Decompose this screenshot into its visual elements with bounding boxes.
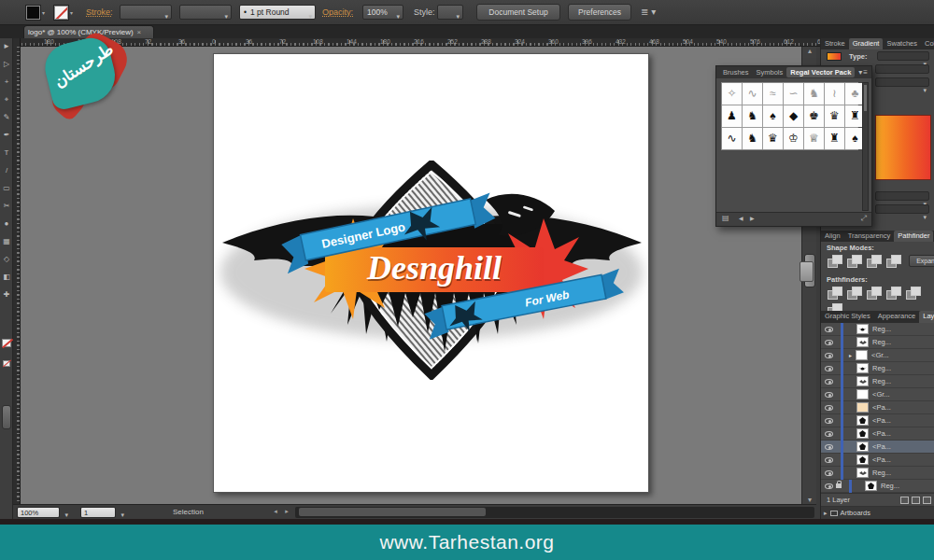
dropdown-arrow-icon[interactable] bbox=[923, 79, 927, 96]
canvas-area[interactable]: Desnghill Desnghill Designer Logo For We… bbox=[21, 47, 801, 504]
tool-icon[interactable]: / bbox=[0, 166, 13, 175]
trim-icon[interactable] bbox=[846, 287, 862, 299]
tab-stroke[interactable]: Stroke bbox=[821, 38, 849, 49]
new-layer-icon[interactable] bbox=[912, 497, 920, 504]
tool-icon[interactable]: ► bbox=[0, 42, 13, 50]
dropdown-arrow-icon[interactable] bbox=[923, 206, 927, 223]
tool-icon[interactable]: ✚ bbox=[0, 290, 13, 299]
layer-row[interactable]: <Pa... bbox=[821, 441, 934, 454]
tab-swatches[interactable]: Swatches bbox=[883, 38, 921, 49]
artboards-bar[interactable]: Artboards bbox=[821, 506, 934, 519]
visibility-eye-icon[interactable] bbox=[825, 379, 833, 385]
tool-icon[interactable]: ✂ bbox=[0, 202, 13, 210]
layer-row[interactable]: <Pa... bbox=[821, 427, 934, 441]
visibility-eye-icon[interactable] bbox=[825, 483, 833, 489]
visibility-eye-icon[interactable] bbox=[825, 366, 833, 371]
gradient-opacity-field[interactable] bbox=[875, 191, 929, 201]
gradient-location-field[interactable] bbox=[875, 204, 929, 214]
tab-gradient[interactable]: Gradient bbox=[849, 38, 884, 49]
divide-icon[interactable] bbox=[827, 287, 842, 299]
symbol-thumbnail[interactable]: ≀ bbox=[825, 83, 844, 105]
visibility-eye-icon[interactable] bbox=[825, 444, 833, 450]
tool-icon[interactable]: ▭ bbox=[0, 184, 13, 192]
dropdown-arrow-icon[interactable] bbox=[164, 9, 168, 23]
fill-color-swatch[interactable] bbox=[26, 6, 40, 20]
layer-row[interactable]: <Pa... bbox=[821, 401, 934, 414]
visibility-eye-icon[interactable] bbox=[825, 405, 833, 411]
symbol-thumbnail[interactable]: ◆ bbox=[784, 105, 803, 127]
tool-icon[interactable]: ◇ bbox=[0, 255, 13, 263]
expand-button[interactable]: Expand bbox=[909, 255, 934, 267]
artboard-navigation-dropdown[interactable]: 1 bbox=[80, 507, 116, 518]
gradient-angle-field[interactable] bbox=[875, 77, 929, 87]
layer-row[interactable]: Reg... bbox=[821, 336, 934, 349]
expand-triangle-icon[interactable] bbox=[821, 509, 830, 517]
crop-icon[interactable] bbox=[885, 287, 901, 299]
stroke-weight-dropdown[interactable] bbox=[120, 5, 172, 20]
layer-thumbnail[interactable] bbox=[856, 428, 869, 439]
tool-icon[interactable]: ✎ bbox=[0, 113, 13, 121]
tool-icon[interactable]: ◧ bbox=[0, 273, 13, 281]
visibility-eye-icon[interactable] bbox=[825, 353, 833, 358]
horizontal-scrollbar-thumb[interactable] bbox=[299, 508, 486, 516]
layer-thumbnail[interactable] bbox=[856, 376, 869, 386]
layer-thumbnail[interactable] bbox=[856, 350, 868, 360]
scroll-up-icon[interactable]: ▴ bbox=[802, 47, 817, 55]
document-setup-button[interactable]: Document Setup bbox=[476, 4, 560, 21]
visibility-eye-icon[interactable] bbox=[825, 431, 833, 437]
symbol-thumbnail[interactable]: ♕ bbox=[804, 128, 824, 149]
delete-layer-icon[interactable] bbox=[923, 497, 931, 504]
layer-row[interactable]: <Gr... bbox=[821, 388, 934, 401]
opacity-label-link[interactable]: Opacity: bbox=[322, 7, 353, 17]
tool-icon[interactable]: ▷ bbox=[0, 60, 13, 68]
minus-front-icon[interactable] bbox=[846, 255, 862, 267]
dropdown-arrow-icon[interactable] bbox=[456, 9, 460, 23]
symbol-thumbnail[interactable]: ♛ bbox=[825, 105, 844, 127]
expand-triangle-icon[interactable]: ▸ bbox=[849, 352, 852, 358]
tab-align[interactable]: Align bbox=[821, 231, 844, 242]
symbol-thumbnail[interactable]: ♟ bbox=[722, 105, 742, 127]
preferences-button[interactable]: Preferences bbox=[568, 4, 631, 21]
tab-color[interactable]: Color bbox=[921, 38, 934, 49]
symbol-thumbnail[interactable]: ♛ bbox=[763, 128, 783, 149]
stroke-indicator-swatch[interactable] bbox=[3, 360, 10, 367]
gradient-stroke-field[interactable] bbox=[875, 64, 929, 74]
workspace-switcher-icon[interactable]: ≣ ▾ bbox=[641, 7, 656, 17]
tab-transparency[interactable]: Transparency bbox=[844, 231, 895, 242]
horizontal-scrollbar[interactable] bbox=[295, 507, 814, 518]
exclude-icon[interactable] bbox=[885, 255, 901, 267]
layer-thumbnail[interactable] bbox=[856, 468, 869, 478]
tool-icon[interactable]: T bbox=[0, 148, 13, 157]
symbol-thumbnail[interactable]: ♚ bbox=[804, 105, 824, 127]
tab-symbols[interactable]: Symbols bbox=[753, 67, 787, 77]
panel-menu-icon[interactable] bbox=[858, 68, 869, 77]
symbol-thumbnail[interactable]: ♞ bbox=[743, 105, 762, 127]
layer-thumbnail[interactable] bbox=[856, 415, 869, 426]
visibility-eye-icon[interactable] bbox=[825, 418, 833, 424]
symbol-thumbnail[interactable]: ∽ bbox=[784, 83, 803, 105]
scroll-left-icon[interactable]: ◂ bbox=[271, 508, 280, 515]
make-mask-icon[interactable] bbox=[900, 497, 909, 504]
layer-thumbnail[interactable] bbox=[856, 324, 869, 334]
layer-thumbnail[interactable] bbox=[856, 455, 869, 465]
zoom-level-dropdown[interactable]: 100% bbox=[17, 507, 60, 518]
tab-graphic-styles[interactable]: Graphic Styles bbox=[821, 311, 874, 323]
visibility-eye-icon[interactable] bbox=[825, 327, 833, 332]
visibility-eye-icon[interactable] bbox=[825, 457, 833, 463]
logo-artwork[interactable]: Desnghill Desnghill Designer Logo For We… bbox=[215, 161, 649, 380]
tab-appearance[interactable]: Appearance bbox=[874, 311, 919, 323]
symbol-thumbnail[interactable]: ✧ bbox=[722, 83, 742, 105]
gradient-fill-chip[interactable] bbox=[827, 52, 842, 61]
layer-row[interactable]: <Pa... bbox=[821, 454, 934, 467]
layer-row[interactable]: Reg... bbox=[821, 362, 934, 375]
visibility-eye-icon[interactable] bbox=[825, 470, 833, 476]
gradient-preview-swatch[interactable] bbox=[875, 115, 931, 180]
fill-dropdown-arrow-icon[interactable]: ▾ bbox=[42, 9, 45, 16]
symbol-thumbnail[interactable]: ♞ bbox=[743, 128, 762, 149]
tool-icon[interactable]: ⌖ bbox=[0, 95, 13, 105]
stroke-label-link[interactable]: Stroke: bbox=[86, 7, 113, 17]
layer-row[interactable]: Reg... bbox=[821, 467, 934, 480]
symbol-thumbnail[interactable]: ∿ bbox=[743, 83, 762, 105]
scroll-down-icon[interactable]: ▾ bbox=[802, 496, 817, 504]
outline-icon[interactable] bbox=[905, 287, 921, 299]
